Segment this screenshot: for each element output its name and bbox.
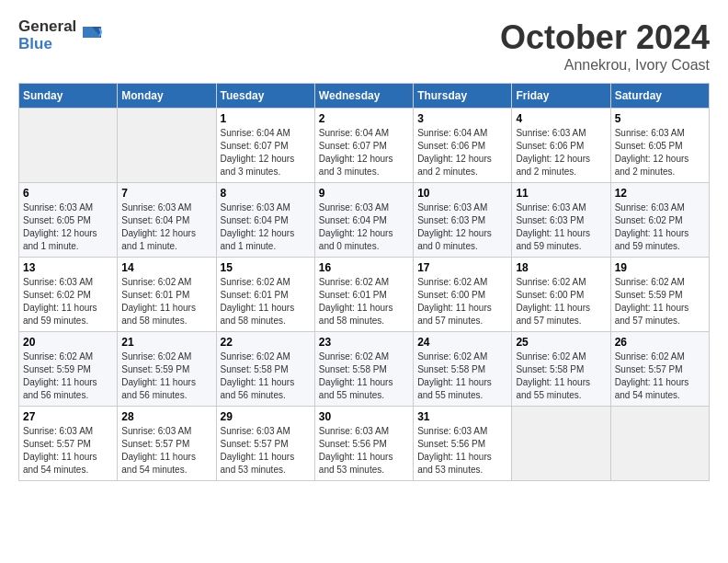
day-number: 7 [121,187,211,200]
day-number: 6 [23,187,113,200]
calendar-cell: 24 Sunrise: 6:02 AM Sunset: 5:58 PM Dayl… [414,332,512,407]
week-row-1: 1 Sunrise: 6:04 AM Sunset: 6:07 PM Dayli… [19,109,710,183]
weekday-header-tuesday: Tuesday [216,84,314,109]
calendar-cell: 27 Sunrise: 6:03 AM Sunset: 5:57 PM Dayl… [19,407,118,481]
calendar-cell: 30 Sunrise: 6:03 AM Sunset: 5:56 PM Dayl… [314,407,413,481]
day-number: 29 [221,410,311,423]
calendar-cell: 10 Sunrise: 6:03 AM Sunset: 6:03 PM Dayl… [414,183,512,258]
calendar-cell: 19 Sunrise: 6:02 AM Sunset: 5:59 PM Dayl… [610,258,709,332]
calendar-cell: 9 Sunrise: 6:03 AM Sunset: 6:04 PM Dayli… [314,183,413,258]
calendar-body: 1 Sunrise: 6:04 AM Sunset: 6:07 PM Dayli… [19,109,710,481]
day-info: Sunrise: 6:02 AM Sunset: 6:01 PM Dayligh… [221,276,311,327]
week-row-4: 20 Sunrise: 6:02 AM Sunset: 5:59 PM Dayl… [19,332,710,407]
day-number: 31 [417,410,507,423]
day-number: 27 [23,410,113,423]
day-info: Sunrise: 6:03 AM Sunset: 6:02 PM Dayligh… [23,276,113,327]
day-info: Sunrise: 6:02 AM Sunset: 5:59 PM Dayligh… [23,350,113,402]
day-info: Sunrise: 6:03 AM Sunset: 6:03 PM Dayligh… [417,201,507,253]
week-row-2: 6 Sunrise: 6:03 AM Sunset: 6:05 PM Dayli… [19,183,710,258]
day-number: 18 [516,261,606,274]
day-info: Sunrise: 6:03 AM Sunset: 6:03 PM Dayligh… [516,201,606,253]
day-info: Sunrise: 6:03 AM Sunset: 5:56 PM Dayligh… [417,425,507,477]
day-info: Sunrise: 6:02 AM Sunset: 5:59 PM Dayligh… [121,350,211,402]
week-row-5: 27 Sunrise: 6:03 AM Sunset: 5:57 PM Dayl… [19,407,710,481]
logo-flag-icon [79,23,105,49]
calendar-header: SundayMondayTuesdayWednesdayThursdayFrid… [19,84,710,109]
day-info: Sunrise: 6:02 AM Sunset: 5:59 PM Dayligh… [615,276,705,327]
day-number: 8 [221,187,311,200]
week-row-3: 13 Sunrise: 6:03 AM Sunset: 6:02 PM Dayl… [19,258,710,332]
day-info: Sunrise: 6:03 AM Sunset: 6:04 PM Dayligh… [121,201,211,253]
day-info: Sunrise: 6:02 AM Sunset: 5:58 PM Dayligh… [516,350,606,402]
calendar-cell [610,407,709,481]
day-info: Sunrise: 6:02 AM Sunset: 6:00 PM Dayligh… [417,276,507,327]
day-info: Sunrise: 6:03 AM Sunset: 6:06 PM Dayligh… [516,127,606,178]
day-info: Sunrise: 6:03 AM Sunset: 6:05 PM Dayligh… [615,127,705,178]
calendar-cell: 14 Sunrise: 6:02 AM Sunset: 6:01 PM Dayl… [118,258,216,332]
calendar-cell: 20 Sunrise: 6:02 AM Sunset: 5:59 PM Dayl… [19,332,118,407]
calendar-cell [118,109,216,183]
day-number: 26 [615,336,705,349]
day-number: 30 [319,410,409,423]
day-number: 11 [516,187,606,200]
calendar-cell: 16 Sunrise: 6:02 AM Sunset: 6:01 PM Dayl… [314,258,413,332]
calendar-cell: 13 Sunrise: 6:03 AM Sunset: 6:02 PM Dayl… [19,258,118,332]
day-number: 17 [417,261,507,274]
calendar-cell: 12 Sunrise: 6:03 AM Sunset: 6:02 PM Dayl… [610,183,709,258]
day-info: Sunrise: 6:03 AM Sunset: 6:02 PM Dayligh… [615,201,705,253]
calendar-cell: 21 Sunrise: 6:02 AM Sunset: 5:59 PM Dayl… [118,332,216,407]
day-number: 19 [615,261,705,274]
day-number: 24 [417,336,507,349]
calendar-cell: 29 Sunrise: 6:03 AM Sunset: 5:57 PM Dayl… [216,407,314,481]
day-number: 20 [23,336,113,349]
day-info: Sunrise: 6:02 AM Sunset: 5:57 PM Dayligh… [615,350,705,402]
day-info: Sunrise: 6:03 AM Sunset: 6:04 PM Dayligh… [319,201,409,253]
logo-general: General [18,18,76,36]
month-title: October 2024 [500,18,710,57]
day-info: Sunrise: 6:03 AM Sunset: 5:57 PM Dayligh… [121,425,211,477]
day-number: 25 [516,336,606,349]
weekday-header-saturday: Saturday [610,84,709,109]
day-info: Sunrise: 6:03 AM Sunset: 6:04 PM Dayligh… [221,201,311,253]
weekday-header-thursday: Thursday [414,84,512,109]
header-area: General Blue October 2024 Annekrou, Ivor… [18,18,710,74]
day-number: 28 [121,410,211,423]
calendar-cell: 7 Sunrise: 6:03 AM Sunset: 6:04 PM Dayli… [118,183,216,258]
calendar-cell: 23 Sunrise: 6:02 AM Sunset: 5:58 PM Dayl… [314,332,413,407]
calendar-cell [19,109,118,183]
calendar-cell: 18 Sunrise: 6:02 AM Sunset: 6:00 PM Dayl… [512,258,610,332]
weekday-header-friday: Friday [512,84,610,109]
weekday-header-wednesday: Wednesday [314,84,413,109]
day-info: Sunrise: 6:04 AM Sunset: 6:07 PM Dayligh… [221,127,311,178]
weekday-row: SundayMondayTuesdayWednesdayThursdayFrid… [19,84,710,109]
calendar-table: SundayMondayTuesdayWednesdayThursdayFrid… [18,83,710,481]
day-number: 5 [615,112,705,125]
day-info: Sunrise: 6:02 AM Sunset: 6:01 PM Dayligh… [319,276,409,327]
day-number: 10 [417,187,507,200]
calendar-cell: 6 Sunrise: 6:03 AM Sunset: 6:05 PM Dayli… [19,183,118,258]
calendar-cell: 2 Sunrise: 6:04 AM Sunset: 6:07 PM Dayli… [314,109,413,183]
day-number: 23 [319,336,409,349]
day-info: Sunrise: 6:04 AM Sunset: 6:07 PM Dayligh… [319,127,409,178]
day-number: 21 [121,336,211,349]
weekday-header-sunday: Sunday [19,84,118,109]
weekday-header-monday: Monday [118,84,216,109]
calendar-cell: 28 Sunrise: 6:03 AM Sunset: 5:57 PM Dayl… [118,407,216,481]
day-number: 13 [23,261,113,274]
calendar-cell [512,407,610,481]
calendar-cell: 22 Sunrise: 6:02 AM Sunset: 5:58 PM Dayl… [216,332,314,407]
calendar-cell: 31 Sunrise: 6:03 AM Sunset: 5:56 PM Dayl… [414,407,512,481]
day-number: 9 [319,187,409,200]
day-number: 12 [615,187,705,200]
day-info: Sunrise: 6:02 AM Sunset: 6:00 PM Dayligh… [516,276,606,327]
logo-blue: Blue [18,36,76,53]
day-info: Sunrise: 6:03 AM Sunset: 6:05 PM Dayligh… [23,201,113,253]
calendar-cell: 11 Sunrise: 6:03 AM Sunset: 6:03 PM Dayl… [512,183,610,258]
calendar-cell: 3 Sunrise: 6:04 AM Sunset: 6:06 PM Dayli… [414,109,512,183]
day-number: 14 [121,261,211,274]
calendar-cell: 8 Sunrise: 6:03 AM Sunset: 6:04 PM Dayli… [216,183,314,258]
day-info: Sunrise: 6:04 AM Sunset: 6:06 PM Dayligh… [417,127,507,178]
location-title: Annekrou, Ivory Coast [500,57,710,74]
calendar-cell: 1 Sunrise: 6:04 AM Sunset: 6:07 PM Dayli… [216,109,314,183]
day-info: Sunrise: 6:02 AM Sunset: 6:01 PM Dayligh… [121,276,211,327]
